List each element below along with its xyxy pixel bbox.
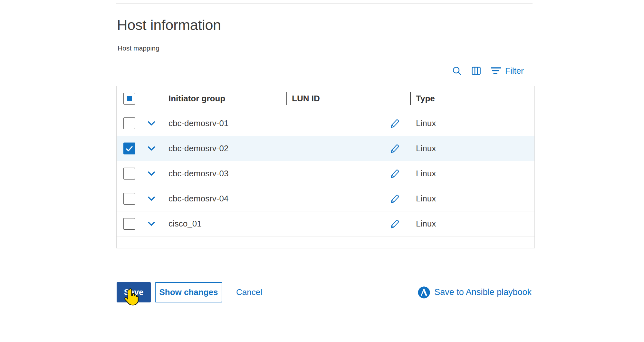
type-cell: Linux xyxy=(410,136,534,161)
table-toolbar: Filter xyxy=(452,65,524,76)
table-row[interactable]: cbc-demosrv-04 Linux xyxy=(117,186,534,211)
save-to-ansible-playbook-link[interactable]: Save to Ansible playbook xyxy=(418,282,532,302)
table-row[interactable]: cbc-demosrv-03 Linux xyxy=(117,161,534,186)
type-cell: Linux xyxy=(410,211,534,236)
row-checkbox[interactable] xyxy=(123,193,135,205)
table-body: cbc-demosrv-01 Linux cbc-demosrv-02 xyxy=(117,111,534,236)
column-selector-button[interactable] xyxy=(471,66,481,76)
show-changes-button-label: Show changes xyxy=(159,287,218,297)
row-checkbox[interactable] xyxy=(123,143,135,154)
save-button[interactable]: Save xyxy=(117,282,151,302)
row-checkbox[interactable] xyxy=(123,168,135,180)
initiator-group-cell: cbc-demosrv-04 xyxy=(168,186,286,211)
ansible-logo-icon xyxy=(418,286,430,299)
filter-button[interactable]: Filter xyxy=(491,66,524,76)
column-header-initiator-group[interactable]: Initiator group xyxy=(168,94,225,104)
row-checkbox[interactable] xyxy=(123,218,135,230)
search-icon xyxy=(452,66,462,76)
column-header-type[interactable]: Type xyxy=(416,94,435,104)
search-button[interactable] xyxy=(452,66,462,76)
column-divider xyxy=(410,92,411,105)
cancel-link[interactable]: Cancel xyxy=(236,282,262,302)
type-cell: Linux xyxy=(410,186,534,211)
chevron-down-icon[interactable] xyxy=(148,171,155,176)
chevron-down-icon[interactable] xyxy=(148,196,155,201)
table-footer-row xyxy=(117,236,534,248)
column-selector-icon xyxy=(471,66,481,76)
edit-lun-icon[interactable] xyxy=(389,218,400,229)
edit-lun-icon[interactable] xyxy=(389,143,400,154)
initiator-group-cell: cbc-demosrv-03 xyxy=(168,161,286,186)
table-row[interactable]: cbc-demosrv-02 Linux xyxy=(117,136,534,161)
edit-lun-icon[interactable] xyxy=(389,118,400,129)
type-cell: Linux xyxy=(410,161,534,186)
row-checkbox[interactable] xyxy=(123,117,135,129)
table-header-row: Initiator group LUN ID Type xyxy=(117,86,534,111)
initiator-group-cell: cbc-demosrv-01 xyxy=(168,111,286,136)
column-divider xyxy=(286,92,287,105)
table-row[interactable]: cbc-demosrv-01 Linux xyxy=(117,111,534,136)
page-title: Host information xyxy=(117,17,221,33)
edit-lun-icon[interactable] xyxy=(389,168,400,179)
host-mapping-table: Initiator group LUN ID Type cbc-de xyxy=(116,86,535,248)
select-all-checkbox[interactable] xyxy=(123,93,135,105)
section-label: Host mapping xyxy=(118,44,159,52)
initiator-group-cell: cisco_01 xyxy=(168,211,286,236)
filter-icon xyxy=(491,67,501,75)
initiator-group-cell: cbc-demosrv-02 xyxy=(168,136,286,161)
actions-divider xyxy=(116,268,535,268)
show-changes-button[interactable]: Show changes xyxy=(155,282,222,302)
chevron-down-icon[interactable] xyxy=(148,121,155,126)
chevron-down-icon[interactable] xyxy=(148,146,155,151)
ansible-link-label: Save to Ansible playbook xyxy=(434,287,532,297)
filter-label: Filter xyxy=(505,66,524,76)
type-cell: Linux xyxy=(410,111,534,136)
save-button-label: Save xyxy=(124,287,144,297)
host-information-page: Host information Host mapping Filter xyxy=(0,0,644,342)
top-divider xyxy=(116,3,533,4)
check-icon xyxy=(126,146,133,152)
edit-lun-icon[interactable] xyxy=(389,193,400,204)
chevron-down-icon[interactable] xyxy=(148,221,155,226)
column-header-lun-id[interactable]: LUN ID xyxy=(292,94,320,104)
table-row[interactable]: cisco_01 Linux xyxy=(117,211,534,236)
